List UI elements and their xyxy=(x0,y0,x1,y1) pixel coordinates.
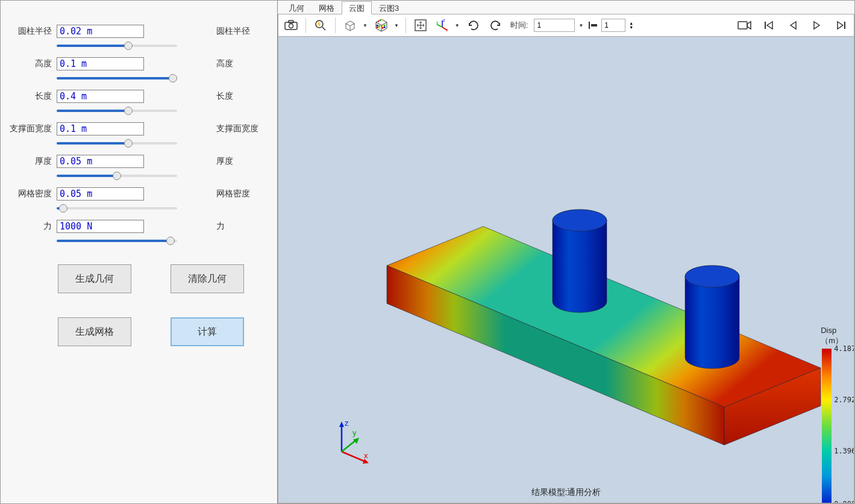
svg-line-38 xyxy=(342,440,357,452)
svg-line-4 xyxy=(322,27,325,30)
param-right-label: 力 xyxy=(216,221,225,232)
rotate-cw-icon[interactable] xyxy=(465,16,483,34)
svg-line-35 xyxy=(342,452,366,462)
svg-rect-14 xyxy=(382,27,384,29)
svg-rect-10 xyxy=(378,25,380,27)
step-input[interactable] xyxy=(601,19,625,32)
zoom-lightning-icon[interactable] xyxy=(312,16,330,34)
param-label: 支撑面宽度 xyxy=(1,123,52,134)
param-input-2[interactable] xyxy=(57,90,144,103)
param-label: 厚度 xyxy=(1,156,52,167)
svg-rect-11 xyxy=(378,27,380,29)
param-right-label: 支撑面宽度 xyxy=(216,123,258,134)
model-render xyxy=(369,193,839,446)
stepper-icon[interactable]: ▲▼ xyxy=(629,21,633,30)
svg-rect-26 xyxy=(765,22,766,29)
tab-网格[interactable]: 网格 xyxy=(312,1,342,14)
param-right-label: 圆柱半径 xyxy=(216,26,250,37)
legend-tick: 1.396e-06 xyxy=(834,447,854,455)
legend-tick: 4.187e-06 xyxy=(834,344,854,353)
param-right-label: 厚度 xyxy=(216,156,233,167)
param-label: 圆柱半径 xyxy=(1,26,52,37)
svg-rect-8 xyxy=(377,25,378,26)
dropdown-icon[interactable]: ▼ xyxy=(577,23,584,28)
video-camera-icon[interactable] xyxy=(736,16,754,34)
step-back-icon[interactable] xyxy=(588,19,598,32)
svg-rect-9 xyxy=(377,26,378,28)
tab-云图3[interactable]: 云图3 xyxy=(372,1,406,14)
dropdown-icon[interactable]: ▼ xyxy=(393,23,400,28)
svg-point-1 xyxy=(289,24,293,28)
svg-line-19 xyxy=(437,25,442,27)
svg-rect-27 xyxy=(844,22,845,29)
svg-text:x: x xyxy=(446,28,448,32)
svg-rect-12 xyxy=(382,25,384,27)
param-slider-6[interactable] xyxy=(57,239,177,243)
axis-orientation-icon[interactable]: zxy xyxy=(433,16,451,34)
viewport-toolbar: ▼ ▼ xyxy=(278,14,854,37)
generate-geometry-button[interactable]: 生成几何 xyxy=(58,264,131,293)
tab-几何[interactable]: 几何 xyxy=(281,1,312,14)
prev-frame-icon[interactable] xyxy=(784,16,802,34)
clear-geometry-button[interactable]: 清除几何 xyxy=(171,264,244,293)
generate-mesh-button[interactable]: 生成网格 xyxy=(58,317,131,346)
svg-text:y: y xyxy=(352,428,357,437)
color-legend: Disp （m） 4.187e-062.792e-061.396e-060.00… xyxy=(821,326,843,503)
param-slider-3[interactable] xyxy=(57,142,177,145)
rotate-ccw-icon[interactable] xyxy=(486,16,504,34)
play-icon[interactable] xyxy=(808,16,826,34)
camera-icon[interactable] xyxy=(282,16,300,34)
viewport-3d[interactable]: z x y Disp （m） 4.187e-062.792e-061.396e-… xyxy=(278,37,854,503)
svg-rect-15 xyxy=(384,26,386,28)
svg-rect-25 xyxy=(738,22,747,29)
svg-rect-2 xyxy=(289,20,293,23)
param-right-label: 长度 xyxy=(216,91,233,102)
param-input-6[interactable] xyxy=(57,220,144,233)
time-label: 时间: xyxy=(510,20,528,31)
param-slider-1[interactable] xyxy=(57,76,177,80)
svg-text:x: x xyxy=(364,451,368,460)
param-input-3[interactable] xyxy=(57,122,144,135)
param-label: 长度 xyxy=(1,91,52,102)
svg-text:y: y xyxy=(436,20,439,25)
rubiks-cube-icon[interactable] xyxy=(372,16,390,34)
svg-rect-23 xyxy=(589,22,590,29)
cube-transparent-icon[interactable] xyxy=(341,16,359,34)
param-label: 力 xyxy=(1,221,52,232)
param-right-label: 网格密度 xyxy=(216,188,250,199)
result-model-label: 结果模型:通用分析 xyxy=(531,487,601,498)
dropdown-icon[interactable]: ▼ xyxy=(362,23,369,28)
svg-point-31 xyxy=(685,266,739,287)
time-input[interactable] xyxy=(534,19,575,32)
param-slider-5[interactable] xyxy=(57,207,177,210)
tab-云图[interactable]: 云图 xyxy=(342,1,372,14)
param-slider-2[interactable] xyxy=(57,109,177,113)
last-frame-icon[interactable] xyxy=(832,16,850,34)
param-slider-4[interactable] xyxy=(57,174,177,178)
svg-text:z: z xyxy=(443,19,445,22)
view-tabs: 几何网格云图云图3 xyxy=(278,1,854,14)
svg-rect-24 xyxy=(591,24,597,26)
param-input-4[interactable] xyxy=(57,155,144,168)
param-input-5[interactable] xyxy=(57,187,144,201)
dropdown-icon[interactable]: ▼ xyxy=(454,23,461,28)
legend-tick: 0.000e+00 xyxy=(834,500,854,503)
param-label: 网格密度 xyxy=(1,188,52,199)
param-input-0[interactable] xyxy=(57,25,144,38)
calculate-button[interactable]: 计算 xyxy=(171,317,244,346)
param-input-1[interactable] xyxy=(57,57,144,70)
parameter-panel: 圆柱半径 圆柱半径 高度 高度 长度 长度 支撑面宽度 支撑面宽度 厚度 厚度 xyxy=(1,1,278,503)
svg-point-29 xyxy=(553,210,607,231)
fit-view-icon[interactable] xyxy=(412,16,430,34)
svg-marker-33 xyxy=(339,422,344,427)
first-frame-icon[interactable] xyxy=(760,16,778,34)
axis-triad: z x y xyxy=(327,418,375,467)
svg-text:z: z xyxy=(345,418,349,428)
param-slider-0[interactable] xyxy=(57,44,177,48)
svg-rect-13 xyxy=(384,25,386,26)
legend-tick: 2.792e-06 xyxy=(834,396,854,404)
param-label: 高度 xyxy=(1,58,52,69)
param-right-label: 高度 xyxy=(216,58,233,69)
